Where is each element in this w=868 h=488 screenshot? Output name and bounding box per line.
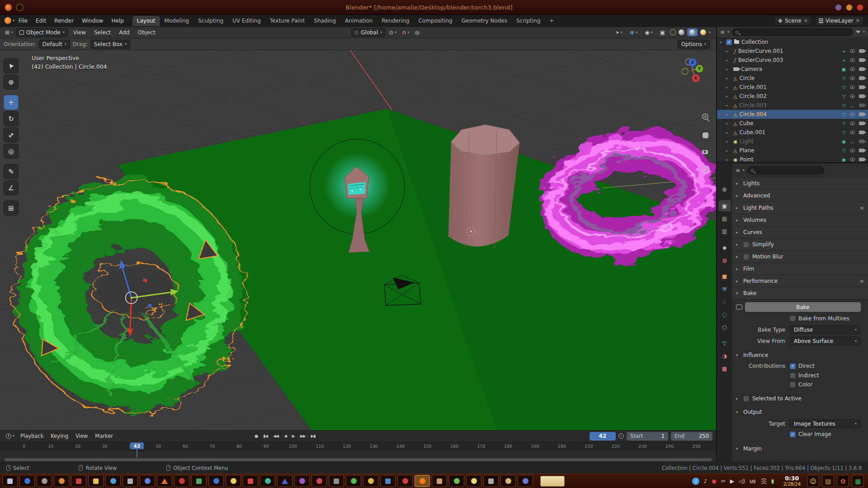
tool-add-cube[interactable]: ⊞	[4, 201, 19, 216]
workspace-tab-geometry-nodes[interactable]: Geometry Nodes	[457, 16, 512, 26]
tray-recorder[interactable]: ●	[712, 478, 716, 484]
output-subpanel-header[interactable]: ▾Output	[732, 406, 868, 418]
eye-icon[interactable]	[850, 76, 855, 80]
taskbar-app-28[interactable]	[466, 475, 481, 487]
contrib-direct-checkbox[interactable]: ✓	[790, 363, 796, 369]
workspace-tab-scripting[interactable]: Scripting	[512, 16, 545, 26]
taskbar-flower[interactable]: ✿	[837, 475, 849, 487]
taskbar-app-14[interactable]	[226, 475, 241, 487]
pivot-point-dropdown[interactable]: ⊙▾	[387, 28, 399, 37]
eye-icon[interactable]	[850, 149, 855, 152]
taskbar-app-31[interactable]	[518, 475, 533, 487]
viewport-menu-object[interactable]: Object	[133, 29, 159, 36]
eye-icon[interactable]	[850, 122, 855, 125]
render-visibility-icon[interactable]	[859, 58, 864, 62]
workspace-tab-rendering[interactable]: Rendering	[377, 16, 414, 26]
viewport-menu-add[interactable]: Add	[115, 29, 133, 36]
cylinder-object[interactable]	[448, 125, 520, 248]
tool-tweak-select[interactable]: ➤	[4, 58, 19, 73]
presets-icon[interactable]: ≡	[860, 278, 864, 284]
taskbar-app-08[interactable]	[123, 475, 138, 487]
view-from-dropdown[interactable]: Above Surface▾	[790, 337, 861, 345]
workspace-tab-modeling[interactable]: Modeling	[160, 16, 194, 26]
use-preview-range-icon[interactable]	[618, 433, 624, 439]
eye-icon[interactable]	[850, 85, 855, 89]
toggle-xray-button[interactable]: ▣	[658, 28, 667, 37]
outliner-item-circle[interactable]: ▸◬Circle▽	[717, 74, 868, 83]
workspace-tab-texture-paint[interactable]: Texture Paint	[265, 16, 309, 26]
outliner-item-circle-001[interactable]: ▸◬Circle.001▽	[717, 83, 868, 92]
editor-type-selector[interactable]: ⊞▾	[3, 28, 15, 37]
outliner-search-input[interactable]	[732, 28, 853, 36]
properties-tab-output[interactable]: ▤	[718, 213, 731, 224]
taskbar-app-23[interactable]	[380, 475, 396, 487]
taskbar-app-07[interactable]	[105, 475, 121, 487]
timeline-track[interactable]	[0, 451, 716, 458]
eye-icon[interactable]	[850, 140, 855, 143]
properties-tab-render[interactable]: ▣	[718, 200, 731, 211]
transport-jump-to-end[interactable]: ▶▮	[309, 433, 317, 439]
render-visibility-icon[interactable]	[859, 140, 864, 143]
shading-solid-button[interactable]	[679, 29, 684, 35]
outliner-item-cube-001[interactable]: ▸◬Cube.001▽	[717, 128, 868, 137]
pan-view-button[interactable]	[703, 132, 708, 138]
outliner-filter-caret[interactable]: ▾	[863, 30, 865, 34]
taskbar-window-button[interactable]	[540, 476, 565, 487]
viewport-menu-select[interactable]: Select	[90, 29, 115, 36]
camera-view-button[interactable]	[702, 150, 708, 154]
viewlayer-remove-icon[interactable]: ×	[856, 18, 860, 23]
render-visibility-icon[interactable]	[859, 131, 864, 134]
timeline-ruler[interactable]: 0102030405060708090100110120130140150160…	[0, 442, 716, 451]
properties-tab-world[interactable]: ◍	[718, 254, 731, 266]
taskbar-app-19[interactable]	[311, 475, 327, 487]
render-visibility-icon[interactable]	[859, 113, 864, 116]
panel-performance[interactable]: ▸Performance≡	[732, 275, 868, 287]
transport-jump-to-start[interactable]: ▮◀	[261, 433, 269, 439]
panel-bake[interactable]: ▾Bake	[732, 287, 868, 300]
tray-battery[interactable]: ▮	[771, 478, 774, 484]
workspace-tab-layout[interactable]: Layout	[132, 16, 160, 26]
taskbar-app-11[interactable]	[174, 475, 189, 487]
window-minimize-button[interactable]	[846, 4, 853, 11]
workspace-tab-uv-editing[interactable]: UV Editing	[228, 16, 265, 26]
taskbar-app-18[interactable]	[294, 475, 310, 487]
taskbar-app-10[interactable]	[157, 475, 172, 487]
properties-tab-material[interactable]: ◑	[718, 350, 731, 361]
outliner-filter-icon[interactable]	[856, 31, 860, 33]
selected-to-active-subpanel-header[interactable]: ▸ Selected to Active	[732, 393, 868, 404]
contrib-color-checkbox[interactable]	[790, 382, 796, 388]
bake-type-dropdown[interactable]: Diffuse▾	[790, 325, 861, 334]
outliner-item-circle-004[interactable]: ▸◬Circle.004▽	[717, 110, 868, 119]
show-gizmos-dropdown[interactable]: ⊕▾	[627, 28, 640, 37]
panel-lights[interactable]: ▸Lights	[732, 178, 868, 190]
panel-light-paths[interactable]: ▸Light Paths≡	[732, 202, 868, 214]
mode-selector-dropdown[interactable]: Object Mode ▾	[16, 28, 68, 37]
taskbar-grid-app[interactable]: ▦	[852, 475, 864, 487]
eye-icon[interactable]	[850, 67, 855, 71]
taskbar-app-26[interactable]	[432, 475, 447, 487]
influence-subpanel-header[interactable]: ▾Influence	[732, 349, 868, 361]
workspace-tab-shading[interactable]: Shading	[309, 16, 340, 26]
window-menu-icon[interactable]	[16, 4, 24, 11]
scene-selector[interactable]: Scene ×	[774, 16, 811, 25]
menubar-menu-help[interactable]: Help	[107, 18, 127, 24]
outliner-editor-icon[interactable]: ≡	[720, 29, 725, 35]
properties-tab-tool[interactable]: ⚙	[718, 184, 731, 195]
taskbar-clock[interactable]: 0:30 2/28/24	[783, 475, 801, 487]
eye-icon[interactable]	[850, 113, 855, 116]
taskbar-app-17[interactable]	[277, 475, 292, 487]
current-frame-field[interactable]: 42	[590, 432, 616, 441]
window-shade-button[interactable]	[835, 4, 842, 11]
checkbox-motion-blur[interactable]	[743, 254, 749, 260]
taskbar-app-16[interactable]	[260, 475, 275, 487]
scene-unlink-icon[interactable]: ×	[804, 18, 808, 23]
snap-toggle[interactable]: ∩▾	[400, 28, 411, 37]
panel-film[interactable]: ▸Film	[732, 263, 868, 275]
properties-tab-physics[interactable]: ◌	[718, 309, 731, 320]
target-dropdown[interactable]: Image Textures▾	[790, 419, 861, 428]
render-visibility-icon[interactable]	[859, 103, 864, 107]
panel-simplify[interactable]: ▸Simplify	[732, 239, 868, 251]
taskbar-app-29[interactable]	[483, 475, 499, 487]
workspace-tab-compositing[interactable]: Compositing	[414, 16, 457, 26]
presets-icon[interactable]: ≡	[860, 205, 864, 211]
